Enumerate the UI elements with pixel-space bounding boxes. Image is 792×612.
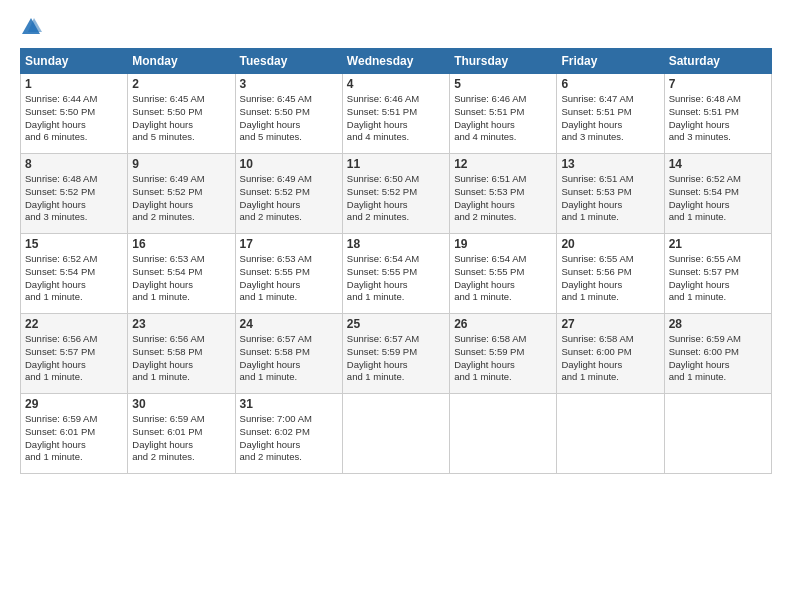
weekday-header-monday: Monday [128, 49, 235, 74]
day-info: Sunrise: 7:00 AMSunset: 6:02 PMDaylight … [240, 413, 312, 462]
day-number: 19 [454, 237, 552, 251]
day-info: Sunrise: 6:46 AMSunset: 5:51 PMDaylight … [454, 93, 526, 142]
day-number: 11 [347, 157, 445, 171]
calendar-cell: 8 Sunrise: 6:48 AMSunset: 5:52 PMDayligh… [21, 154, 128, 234]
calendar-cell: 10 Sunrise: 6:49 AMSunset: 5:52 PMDaylig… [235, 154, 342, 234]
day-number: 23 [132, 317, 230, 331]
page: SundayMondayTuesdayWednesdayThursdayFrid… [0, 0, 792, 484]
day-info: Sunrise: 6:47 AMSunset: 5:51 PMDaylight … [561, 93, 633, 142]
day-info: Sunrise: 6:59 AMSunset: 6:01 PMDaylight … [132, 413, 204, 462]
weekday-header-tuesday: Tuesday [235, 49, 342, 74]
calendar-cell: 2 Sunrise: 6:45 AMSunset: 5:50 PMDayligh… [128, 74, 235, 154]
calendar-cell: 16 Sunrise: 6:53 AMSunset: 5:54 PMDaylig… [128, 234, 235, 314]
weekday-header-saturday: Saturday [664, 49, 771, 74]
calendar-cell: 30 Sunrise: 6:59 AMSunset: 6:01 PMDaylig… [128, 394, 235, 474]
calendar-week-2: 8 Sunrise: 6:48 AMSunset: 5:52 PMDayligh… [21, 154, 772, 234]
day-number: 10 [240, 157, 338, 171]
day-number: 20 [561, 237, 659, 251]
day-number: 14 [669, 157, 767, 171]
day-number: 6 [561, 77, 659, 91]
day-number: 4 [347, 77, 445, 91]
day-number: 13 [561, 157, 659, 171]
day-info: Sunrise: 6:59 AMSunset: 6:00 PMDaylight … [669, 333, 741, 382]
day-number: 16 [132, 237, 230, 251]
calendar-week-3: 15 Sunrise: 6:52 AMSunset: 5:54 PMDaylig… [21, 234, 772, 314]
calendar-cell: 22 Sunrise: 6:56 AMSunset: 5:57 PMDaylig… [21, 314, 128, 394]
day-info: Sunrise: 6:53 AMSunset: 5:54 PMDaylight … [132, 253, 204, 302]
calendar-cell: 21 Sunrise: 6:55 AMSunset: 5:57 PMDaylig… [664, 234, 771, 314]
day-number: 25 [347, 317, 445, 331]
day-number: 17 [240, 237, 338, 251]
day-info: Sunrise: 6:58 AMSunset: 6:00 PMDaylight … [561, 333, 633, 382]
day-number: 2 [132, 77, 230, 91]
day-info: Sunrise: 6:48 AMSunset: 5:52 PMDaylight … [25, 173, 97, 222]
day-info: Sunrise: 6:50 AMSunset: 5:52 PMDaylight … [347, 173, 419, 222]
calendar-cell: 7 Sunrise: 6:48 AMSunset: 5:51 PMDayligh… [664, 74, 771, 154]
weekday-header-wednesday: Wednesday [342, 49, 449, 74]
day-info: Sunrise: 6:48 AMSunset: 5:51 PMDaylight … [669, 93, 741, 142]
day-number: 27 [561, 317, 659, 331]
calendar-cell: 20 Sunrise: 6:55 AMSunset: 5:56 PMDaylig… [557, 234, 664, 314]
calendar-cell [342, 394, 449, 474]
calendar-cell: 14 Sunrise: 6:52 AMSunset: 5:54 PMDaylig… [664, 154, 771, 234]
day-number: 1 [25, 77, 123, 91]
calendar-cell: 17 Sunrise: 6:53 AMSunset: 5:55 PMDaylig… [235, 234, 342, 314]
day-info: Sunrise: 6:46 AMSunset: 5:51 PMDaylight … [347, 93, 419, 142]
day-info: Sunrise: 6:53 AMSunset: 5:55 PMDaylight … [240, 253, 312, 302]
weekday-header-friday: Friday [557, 49, 664, 74]
logo-icon [20, 16, 42, 38]
day-number: 9 [132, 157, 230, 171]
day-number: 7 [669, 77, 767, 91]
day-number: 24 [240, 317, 338, 331]
calendar-week-5: 29 Sunrise: 6:59 AMSunset: 6:01 PMDaylig… [21, 394, 772, 474]
day-info: Sunrise: 6:55 AMSunset: 5:57 PMDaylight … [669, 253, 741, 302]
calendar-cell: 6 Sunrise: 6:47 AMSunset: 5:51 PMDayligh… [557, 74, 664, 154]
day-info: Sunrise: 6:49 AMSunset: 5:52 PMDaylight … [132, 173, 204, 222]
day-info: Sunrise: 6:45 AMSunset: 5:50 PMDaylight … [132, 93, 204, 142]
weekday-header-thursday: Thursday [450, 49, 557, 74]
calendar-cell: 18 Sunrise: 6:54 AMSunset: 5:55 PMDaylig… [342, 234, 449, 314]
day-number: 29 [25, 397, 123, 411]
calendar-cell: 15 Sunrise: 6:52 AMSunset: 5:54 PMDaylig… [21, 234, 128, 314]
day-info: Sunrise: 6:54 AMSunset: 5:55 PMDaylight … [347, 253, 419, 302]
header [20, 16, 772, 38]
calendar-cell: 24 Sunrise: 6:57 AMSunset: 5:58 PMDaylig… [235, 314, 342, 394]
calendar-cell [557, 394, 664, 474]
day-number: 18 [347, 237, 445, 251]
calendar-cell [450, 394, 557, 474]
day-info: Sunrise: 6:55 AMSunset: 5:56 PMDaylight … [561, 253, 633, 302]
calendar-cell: 23 Sunrise: 6:56 AMSunset: 5:58 PMDaylig… [128, 314, 235, 394]
calendar-cell: 31 Sunrise: 7:00 AMSunset: 6:02 PMDaylig… [235, 394, 342, 474]
weekday-header-row: SundayMondayTuesdayWednesdayThursdayFrid… [21, 49, 772, 74]
day-info: Sunrise: 6:51 AMSunset: 5:53 PMDaylight … [454, 173, 526, 222]
calendar-cell: 4 Sunrise: 6:46 AMSunset: 5:51 PMDayligh… [342, 74, 449, 154]
calendar-week-4: 22 Sunrise: 6:56 AMSunset: 5:57 PMDaylig… [21, 314, 772, 394]
day-number: 30 [132, 397, 230, 411]
calendar-cell [664, 394, 771, 474]
calendar-cell: 9 Sunrise: 6:49 AMSunset: 5:52 PMDayligh… [128, 154, 235, 234]
day-number: 3 [240, 77, 338, 91]
calendar-cell: 13 Sunrise: 6:51 AMSunset: 5:53 PMDaylig… [557, 154, 664, 234]
day-info: Sunrise: 6:57 AMSunset: 5:59 PMDaylight … [347, 333, 419, 382]
day-info: Sunrise: 6:52 AMSunset: 5:54 PMDaylight … [25, 253, 97, 302]
day-number: 31 [240, 397, 338, 411]
day-info: Sunrise: 6:51 AMSunset: 5:53 PMDaylight … [561, 173, 633, 222]
day-info: Sunrise: 6:52 AMSunset: 5:54 PMDaylight … [669, 173, 741, 222]
calendar-table: SundayMondayTuesdayWednesdayThursdayFrid… [20, 48, 772, 474]
day-number: 5 [454, 77, 552, 91]
calendar-cell: 28 Sunrise: 6:59 AMSunset: 6:00 PMDaylig… [664, 314, 771, 394]
day-number: 15 [25, 237, 123, 251]
calendar-cell: 11 Sunrise: 6:50 AMSunset: 5:52 PMDaylig… [342, 154, 449, 234]
calendar-cell: 12 Sunrise: 6:51 AMSunset: 5:53 PMDaylig… [450, 154, 557, 234]
day-info: Sunrise: 6:57 AMSunset: 5:58 PMDaylight … [240, 333, 312, 382]
calendar-cell: 5 Sunrise: 6:46 AMSunset: 5:51 PMDayligh… [450, 74, 557, 154]
day-info: Sunrise: 6:59 AMSunset: 6:01 PMDaylight … [25, 413, 97, 462]
day-info: Sunrise: 6:56 AMSunset: 5:58 PMDaylight … [132, 333, 204, 382]
calendar-cell: 19 Sunrise: 6:54 AMSunset: 5:55 PMDaylig… [450, 234, 557, 314]
day-number: 22 [25, 317, 123, 331]
day-number: 12 [454, 157, 552, 171]
day-number: 28 [669, 317, 767, 331]
weekday-header-sunday: Sunday [21, 49, 128, 74]
day-info: Sunrise: 6:45 AMSunset: 5:50 PMDaylight … [240, 93, 312, 142]
calendar-cell: 26 Sunrise: 6:58 AMSunset: 5:59 PMDaylig… [450, 314, 557, 394]
